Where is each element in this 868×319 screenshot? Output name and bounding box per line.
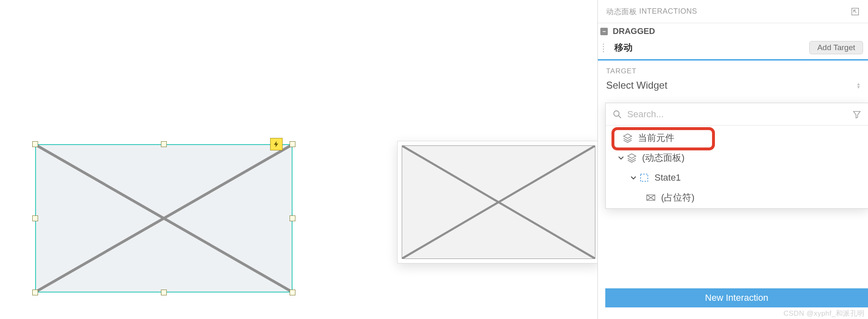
- caret-down-icon[interactable]: [618, 155, 624, 161]
- collapse-toggle-icon[interactable]: −: [600, 28, 608, 35]
- search-icon: [612, 109, 622, 119]
- search-row: [606, 103, 868, 126]
- panel-title: INTERACTIONS: [639, 7, 697, 16]
- tree-item-placeholder[interactable]: (占位符): [606, 188, 868, 208]
- widget-tree: 当前元件 (动态面板) State1 (占位符): [606, 126, 868, 208]
- tree-item-label: (动态面板): [642, 152, 685, 164]
- svg-point-5: [614, 111, 619, 116]
- resize-handle-w[interactable]: [32, 215, 38, 221]
- widget-chooser-dropdown: 当前元件 (动态面板) State1 (占位符): [605, 103, 868, 209]
- drag-handle-icon[interactable]: [603, 44, 610, 52]
- interaction-badge-icon[interactable]: [270, 138, 283, 150]
- action-row-move[interactable]: 移动 Add Target: [598, 39, 868, 60]
- panel-title-prefix: 动态面板: [606, 7, 637, 17]
- select-widget-label: Select Widget: [606, 80, 667, 91]
- caret-down-icon[interactable]: [631, 175, 636, 181]
- selected-dynamic-panel[interactable]: [35, 144, 293, 292]
- resize-handle-ne[interactable]: [290, 141, 295, 147]
- placeholder-widget: [402, 145, 595, 259]
- widget-preview-popup: [397, 141, 600, 263]
- svg-rect-7: [640, 174, 647, 181]
- tree-item-state1[interactable]: State1: [606, 168, 868, 188]
- svg-line-6: [619, 116, 621, 118]
- tree-item-label: State1: [655, 172, 681, 183]
- event-row-dragged[interactable]: − DRAGGED: [598, 23, 868, 39]
- expand-panel-icon[interactable]: [851, 7, 860, 16]
- state-icon: [639, 172, 650, 183]
- stepper-icon[interactable]: ▴▾: [857, 82, 860, 89]
- new-interaction-button[interactable]: New Interaction: [605, 288, 868, 307]
- tree-item-dynamic-panel[interactable]: (动态面板): [606, 148, 868, 168]
- layers-icon: [622, 133, 633, 143]
- tree-item-this-widget[interactable]: 当前元件: [606, 128, 868, 148]
- resize-handle-s[interactable]: [161, 290, 167, 295]
- resize-handle-nw[interactable]: [32, 141, 38, 147]
- resize-handle-sw[interactable]: [32, 290, 38, 295]
- interactions-panel: 动态面板 INTERACTIONS − DRAGGED 移动 Add Targe…: [597, 0, 868, 319]
- filter-icon[interactable]: [852, 109, 862, 119]
- layers-icon: [626, 152, 637, 163]
- tree-item-label: (占位符): [661, 191, 695, 204]
- resize-handle-n[interactable]: [161, 141, 167, 147]
- resize-handle-e[interactable]: [290, 215, 295, 221]
- tree-item-label: 当前元件: [638, 132, 674, 144]
- target-section-label: TARGET: [598, 60, 868, 80]
- panel-header: 动态面板 INTERACTIONS: [598, 0, 868, 23]
- search-input[interactable]: [627, 109, 847, 120]
- resize-handle-se[interactable]: [290, 290, 295, 295]
- select-widget-dropdown[interactable]: Select Widget ▴▾: [598, 80, 868, 96]
- event-name: DRAGGED: [613, 27, 655, 36]
- canvas-area[interactable]: [0, 0, 442, 319]
- placeholder-icon: [645, 192, 656, 203]
- watermark-text: CSDN @xyphf_和派孔明: [784, 309, 865, 318]
- action-name: 移动: [614, 41, 633, 54]
- add-target-button[interactable]: Add Target: [809, 41, 863, 54]
